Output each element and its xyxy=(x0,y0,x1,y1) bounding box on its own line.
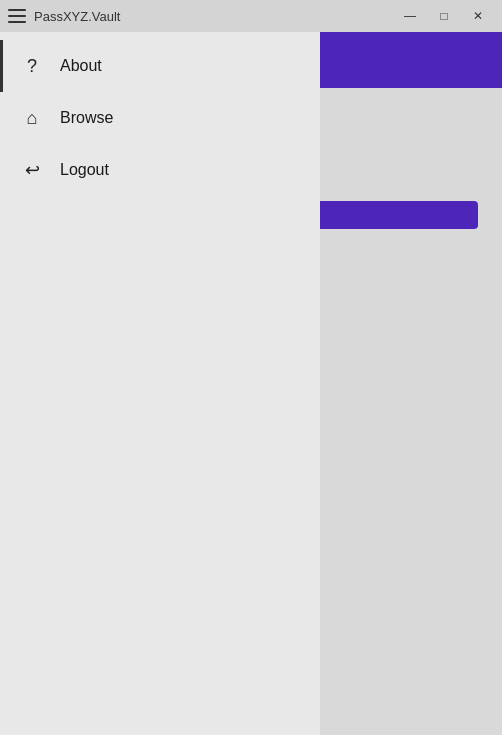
app-window: PassXYZ.Vault — □ ✕ ve to see your UI Ho… xyxy=(0,0,502,735)
app-title: PassXYZ.Vault xyxy=(34,9,120,24)
sidebar-label-logout: Logout xyxy=(60,161,109,179)
sidebar-label-browse: Browse xyxy=(60,109,113,127)
maximize-button[interactable]: □ xyxy=(428,6,460,26)
sidebar-label-about: About xyxy=(60,57,102,75)
sidebar-item-logout[interactable]: ↩ Logout xyxy=(0,144,320,196)
title-bar-controls: — □ ✕ xyxy=(394,6,494,26)
title-bar-left: PassXYZ.Vault xyxy=(8,9,120,24)
browse-icon: ⌂ xyxy=(20,106,44,130)
minimize-button[interactable]: — xyxy=(394,6,426,26)
close-button[interactable]: ✕ xyxy=(462,6,494,26)
sidebar: ? About ⌂ Browse ↩ Logout xyxy=(0,32,320,735)
sidebar-item-about[interactable]: ? About xyxy=(0,40,320,92)
about-icon: ? xyxy=(20,54,44,78)
main-container: ve to see your UI Hot Reload. Give it a … xyxy=(0,32,502,735)
hamburger-icon[interactable] xyxy=(8,9,26,23)
title-bar: PassXYZ.Vault — □ ✕ xyxy=(0,0,502,32)
sidebar-item-browse[interactable]: ⌂ Browse xyxy=(0,92,320,144)
logout-icon: ↩ xyxy=(20,158,44,182)
